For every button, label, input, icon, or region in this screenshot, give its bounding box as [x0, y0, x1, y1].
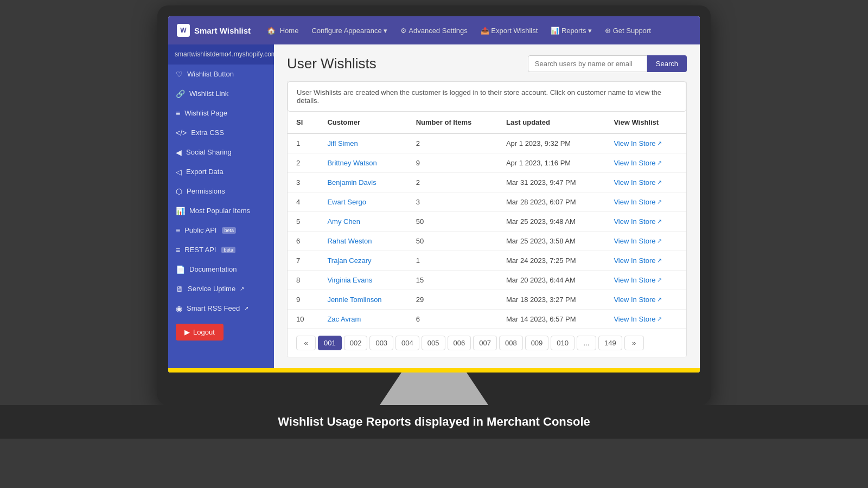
pagination-btn-«[interactable]: «: [296, 336, 316, 350]
heart-icon: ♡: [176, 70, 183, 79]
table-header-row: Sl Customer Number of Items Last updated…: [288, 112, 686, 133]
cell-view[interactable]: View In Store ↗: [605, 173, 686, 192]
cell-customer[interactable]: Jennie Tomlinson: [318, 290, 407, 310]
share-icon: ◀: [176, 148, 182, 157]
sidebar-item-most-popular[interactable]: 📊 Most Popular Items: [168, 201, 274, 221]
view-store-link[interactable]: View In Store ↗: [614, 296, 678, 304]
external-link-icon: ↗: [657, 296, 662, 303]
pagination-btn-009[interactable]: 009: [525, 336, 549, 350]
customer-link[interactable]: Ewart Sergo: [327, 198, 366, 206]
view-store-link[interactable]: View In Store ↗: [614, 276, 678, 284]
nav-get-support[interactable]: ⊕ Get Support: [599, 23, 656, 38]
sidebar-item-export-data[interactable]: ◁ Export Data: [168, 162, 274, 182]
sidebar-item-public-api[interactable]: ≡ Public API beta: [168, 221, 274, 240]
sidebar-item-rest-api[interactable]: ≡ REST API beta: [168, 240, 274, 260]
customer-link[interactable]: Amy Chen: [327, 217, 360, 226]
nav-export-wishlist[interactable]: 📤 Export Wishlist: [475, 23, 544, 38]
cell-items: 15: [407, 271, 497, 290]
cell-last-updated: Apr 1 2023, 9:32 PM: [497, 133, 605, 153]
yellow-bar: [168, 368, 700, 373]
sidebar-item-wishlist-button[interactable]: ♡ Wishlist Button: [168, 65, 274, 84]
sidebar-item-permissions[interactable]: ⬡ Permissions: [168, 182, 274, 201]
sidebar-item-wishlist-page[interactable]: ≡ Wishlist Page: [168, 104, 274, 123]
cell-customer[interactable]: Jifl Simen: [318, 133, 407, 153]
nav-advanced-settings[interactable]: ⚙ Advanced Settings: [395, 23, 473, 38]
view-store-link[interactable]: View In Store ↗: [614, 159, 678, 167]
col-header-items: Number of Items: [407, 112, 497, 133]
cell-view[interactable]: View In Store ↗: [605, 290, 686, 310]
bottom-caption: Wishlist Usage Reports displayed in Merc…: [0, 405, 868, 439]
external-link-icon: ↗: [657, 179, 662, 186]
search-button[interactable]: Search: [647, 55, 687, 72]
sidebar-item-wishlist-link[interactable]: 🔗 Wishlist Link: [168, 84, 274, 104]
cell-last-updated: Mar 18 2023, 3:27 PM: [497, 290, 605, 310]
cell-view[interactable]: View In Store ↗: [605, 251, 686, 271]
beta-badge-rest: beta: [221, 247, 235, 253]
monitor-screen: W Smart Wishlist 🏠 Home Configure Appear…: [168, 16, 700, 373]
logout-button[interactable]: ▶ Logout: [176, 324, 224, 341]
customer-link[interactable]: Benjamin Davis: [327, 178, 376, 187]
pagination-btn-...[interactable]: ...: [577, 336, 596, 350]
pagination-btn-»[interactable]: »: [624, 336, 644, 350]
pagination-btn-008[interactable]: 008: [499, 336, 523, 350]
cell-customer[interactable]: Rahat Weston: [318, 232, 407, 251]
pagination-btn-149[interactable]: 149: [598, 336, 622, 350]
search-input[interactable]: [528, 55, 647, 72]
col-header-last-updated: Last updated: [497, 112, 605, 133]
pagination-btn-004[interactable]: 004: [395, 336, 419, 350]
view-store-link[interactable]: View In Store ↗: [614, 217, 678, 226]
customer-link[interactable]: Virginia Evans: [327, 276, 372, 284]
main-content: User Wishlists Search User Wishlists are…: [274, 44, 700, 368]
cell-customer[interactable]: Trajan Cezary: [318, 251, 407, 271]
view-store-link[interactable]: View In Store ↗: [614, 256, 678, 265]
customer-link[interactable]: Jennie Tomlinson: [327, 296, 381, 304]
external-link-icon: ↗: [657, 237, 662, 245]
view-store-link[interactable]: View In Store ↗: [614, 237, 678, 245]
external-link-icon: ↗: [240, 286, 244, 292]
cell-last-updated: Mar 24 2023, 7:25 PM: [497, 251, 605, 271]
pagination-btn-002[interactable]: 002: [344, 336, 368, 350]
cell-customer[interactable]: Virginia Evans: [318, 271, 407, 290]
cell-customer[interactable]: Amy Chen: [318, 212, 407, 232]
customer-link[interactable]: Rahat Weston: [327, 237, 372, 245]
customer-link[interactable]: Brittney Watson: [327, 159, 376, 167]
cell-view[interactable]: View In Store ↗: [605, 310, 686, 329]
customer-link[interactable]: Zac Avram: [327, 315, 361, 323]
cell-view[interactable]: View In Store ↗: [605, 133, 686, 153]
cell-sl: 1: [288, 133, 318, 153]
cell-view[interactable]: View In Store ↗: [605, 232, 686, 251]
cell-view[interactable]: View In Store ↗: [605, 271, 686, 290]
view-store-link[interactable]: View In Store ↗: [614, 178, 678, 187]
pagination-btn-007[interactable]: 007: [473, 336, 497, 350]
pagination-btn-010[interactable]: 010: [551, 336, 575, 350]
nav-reports[interactable]: 📊 Reports ▾: [545, 23, 597, 38]
sidebar-item-documentation[interactable]: 📄 Documentation: [168, 260, 274, 279]
cell-customer[interactable]: Zac Avram: [318, 310, 407, 329]
nav-home[interactable]: 🏠 Home: [261, 23, 304, 38]
view-store-link[interactable]: View In Store ↗: [614, 139, 678, 147]
view-store-link[interactable]: View In Store ↗: [614, 315, 678, 323]
wishlist-table: Sl Customer Number of Items Last updated…: [288, 112, 686, 329]
sidebar-item-social-sharing[interactable]: ◀ Social Sharing: [168, 143, 274, 162]
cell-view[interactable]: View In Store ↗: [605, 192, 686, 212]
pagination-btn-003[interactable]: 003: [369, 336, 393, 350]
pagination-btn-005[interactable]: 005: [422, 336, 445, 350]
customer-link[interactable]: Jifl Simen: [327, 139, 358, 147]
cell-last-updated: Mar 25 2023, 9:48 AM: [497, 212, 605, 232]
sidebar-item-smart-rss[interactable]: ◉ Smart RSS Feed ↗: [168, 299, 274, 318]
monitor-frame: W Smart Wishlist 🏠 Home Configure Appear…: [157, 5, 711, 405]
cell-items: 50: [407, 212, 497, 232]
sidebar-item-service-uptime[interactable]: 🖥 Service Uptime ↗: [168, 279, 274, 299]
cell-view[interactable]: View In Store ↗: [605, 212, 686, 232]
customer-link[interactable]: Trajan Cezary: [327, 256, 371, 265]
cell-customer[interactable]: Ewart Sergo: [318, 192, 407, 212]
cell-customer[interactable]: Brittney Watson: [318, 153, 407, 173]
external-link-icon: ↗: [657, 277, 662, 284]
pagination-btn-001[interactable]: 001: [318, 336, 342, 350]
cell-view[interactable]: View In Store ↗: [605, 153, 686, 173]
view-store-link[interactable]: View In Store ↗: [614, 198, 678, 206]
pagination-btn-006[interactable]: 006: [448, 336, 471, 350]
nav-configure-appearance[interactable]: Configure Appearance ▾: [306, 23, 393, 38]
sidebar-item-extra-css[interactable]: </> Extra CSS: [168, 123, 274, 143]
cell-customer[interactable]: Benjamin Davis: [318, 173, 407, 192]
